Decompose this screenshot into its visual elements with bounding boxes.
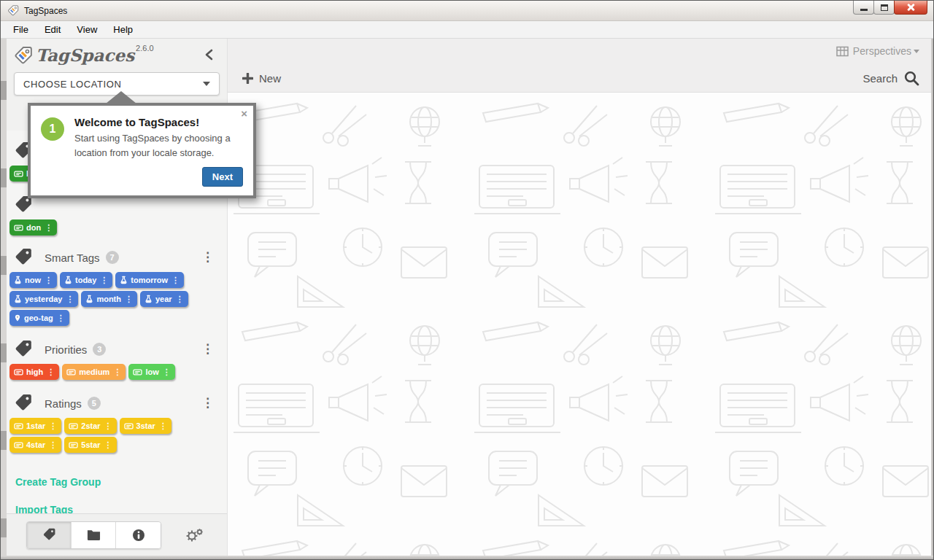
minimize-button[interactable] [853, 1, 874, 15]
tag-menu-dots-icon[interactable]: ⋮ [113, 368, 121, 377]
keyboard-icon [66, 368, 76, 376]
collapse-sidebar-icon[interactable] [204, 49, 215, 61]
tag-medium[interactable]: medium⋮ [62, 364, 126, 380]
tag-menu-dots-icon[interactable]: ⋮ [163, 368, 171, 377]
search-button[interactable]: Search [862, 71, 919, 86]
tag-low[interactable]: low⋮ [128, 364, 174, 380]
tag-menu-dots-icon[interactable]: ⋮ [159, 421, 167, 431]
tag-don[interactable]: don⋮ [9, 219, 57, 236]
menu-view[interactable]: View [69, 22, 105, 37]
tag-now[interactable]: now⋮ [9, 272, 57, 288]
tag-menu-dots-icon[interactable]: ⋮ [57, 314, 65, 323]
keyboard-icon [124, 422, 134, 430]
sidebar-footer [7, 513, 227, 556]
tag-4star[interactable]: 4star⋮ [9, 437, 61, 453]
tag-label: high [26, 364, 43, 380]
tab-locations[interactable] [72, 522, 116, 548]
search-icon [904, 71, 919, 86]
tag-label: tomorrow [131, 272, 168, 288]
tag-count-badge: 5 [88, 397, 101, 410]
tag-menu-dots-icon[interactable]: ⋮ [104, 421, 112, 431]
tag-menu-dots-icon[interactable]: ⋮ [176, 295, 184, 304]
new-button[interactable]: New [242, 72, 281, 85]
search-label: Search [862, 72, 898, 85]
file-area[interactable] [228, 93, 931, 556]
tag-menu-dots-icon[interactable]: ⋮ [171, 276, 180, 285]
tag-geo-tag[interactable]: geo-tag⋮ [9, 310, 69, 326]
tag-group-icon [14, 248, 33, 267]
settings-button[interactable] [185, 527, 204, 543]
group-menu-kebab-icon[interactable]: ⋮ [201, 344, 214, 354]
group-menu-kebab-icon[interactable]: ⋮ [201, 252, 214, 262]
tag-tomorrow[interactable]: tomorrow⋮ [115, 272, 184, 288]
tag-count-badge: 7 [106, 251, 119, 264]
minimize-icon [860, 9, 868, 11]
keyboard-icon [14, 170, 23, 178]
tag-menu-dots-icon[interactable]: ⋮ [104, 440, 112, 450]
tag-menu-dots-icon[interactable]: ⋮ [49, 421, 57, 431]
main-toolbar: Perspectives New Search [228, 39, 931, 93]
keyboard-icon [14, 441, 23, 449]
tag-1star[interactable]: 1star⋮ [9, 418, 61, 434]
tag-label: low [145, 364, 158, 380]
menu-edit[interactable]: Edit [36, 22, 69, 37]
app-window: TagSpaces File Edit View Help TagSpaces [0, 0, 934, 560]
flask-icon [14, 276, 22, 284]
tag-menu-dots-icon[interactable]: ⋮ [47, 368, 55, 377]
maximize-button[interactable] [873, 1, 895, 15]
tag-5star[interactable]: 5star⋮ [64, 437, 116, 453]
tag-label: yesterday [25, 291, 62, 307]
import-tags-link[interactable]: Import Tags [15, 504, 225, 513]
tag-menu-dots-icon[interactable]: ⋮ [125, 295, 133, 304]
tag-menu-dots-icon[interactable]: ⋮ [45, 223, 53, 233]
tag-group-icon [14, 340, 33, 359]
tag-group-header-priorities[interactable]: Priorities 3 ⋮ [8, 341, 225, 358]
version-label: 2.6.0 [136, 44, 153, 52]
popover-close-icon[interactable]: × [241, 109, 247, 119]
tag-group-header-smart-tags[interactable]: Smart Tags 7 ⋮ [8, 249, 225, 266]
tag-label: month [96, 291, 121, 307]
tag-2star[interactable]: 2star⋮ [64, 418, 116, 434]
tag-group-header[interactable] [8, 196, 225, 214]
tag-label: 5star [81, 437, 100, 453]
tag-label: don [26, 219, 41, 236]
sidebar-header: TagSpaces 2.6.0 CHOOSE LOCATION [7, 39, 227, 93]
welcome-popover: × 1 Welcome to TagSpaces! Start using Ta… [28, 103, 256, 198]
group-menu-kebab-icon[interactable]: ⋮ [201, 398, 214, 408]
tag-high[interactable]: high⋮ [9, 364, 59, 380]
create-tag-group-link[interactable]: Create Tag Group [15, 476, 225, 488]
tag-group-tags: high⋮medium⋮low⋮ [8, 364, 225, 383]
tag-3star[interactable]: 3star⋮ [120, 418, 171, 434]
tag-yesterday[interactable]: yesterday⋮ [9, 291, 78, 307]
choose-location-label: CHOOSE LOCATION [23, 79, 121, 90]
tag-label: today [75, 272, 96, 288]
next-button[interactable]: Next [202, 167, 243, 187]
window-border-bottom [1, 556, 933, 559]
flask-icon [85, 295, 93, 303]
tag-group-name: Priorities [45, 343, 87, 356]
tag-label: year [155, 291, 172, 307]
tag-menu-dots-icon[interactable]: ⋮ [100, 276, 108, 285]
perspectives-grid-icon [836, 46, 849, 57]
tag-label: 2star [81, 418, 100, 434]
chevron-down-icon [914, 50, 919, 53]
tag-menu-dots-icon[interactable]: ⋮ [45, 276, 53, 285]
tag-label: now [25, 272, 41, 288]
tag-group-header-ratings[interactable]: Ratings 5 ⋮ [8, 394, 225, 412]
tab-tag-library[interactable] [27, 522, 72, 548]
tag-menu-dots-icon[interactable]: ⋮ [66, 295, 74, 304]
tab-info[interactable] [116, 522, 161, 548]
menu-help[interactable]: Help [105, 22, 141, 37]
tag-label: geo-tag [24, 310, 53, 326]
tag-year[interactable]: year⋮ [140, 291, 188, 307]
tag-menu-dots-icon[interactable]: ⋮ [49, 440, 57, 450]
tag-month[interactable]: month⋮ [81, 291, 137, 307]
menu-file[interactable]: File [5, 22, 36, 37]
popover-body-text: Start using TagSpaces by choosing a loca… [74, 131, 242, 160]
tag-today[interactable]: today⋮ [60, 272, 112, 288]
close-button[interactable] [894, 1, 927, 15]
keyboard-icon [14, 224, 23, 232]
new-label: New [259, 72, 281, 85]
popover-title: Welcome to TagSpaces! [74, 116, 242, 128]
perspectives-dropdown[interactable]: Perspectives [836, 45, 919, 57]
